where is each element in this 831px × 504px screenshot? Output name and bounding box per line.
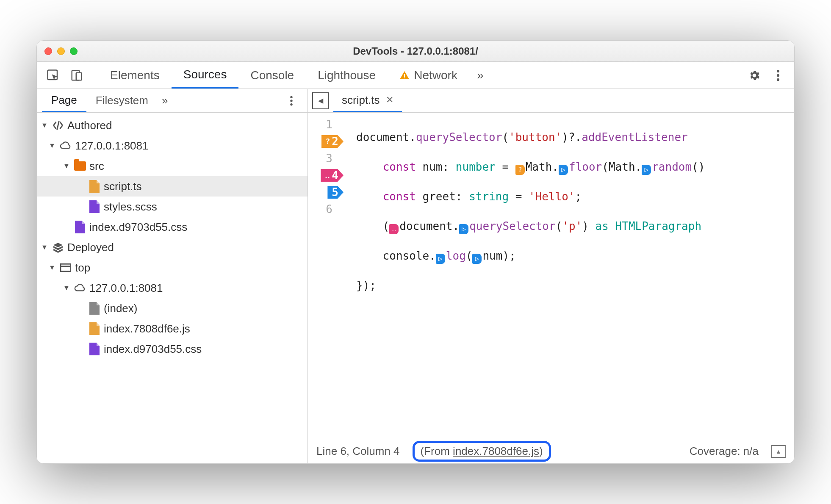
- tab-sources[interactable]: Sources: [172, 62, 239, 89]
- sidebar-tabs: Page Filesystem »: [37, 89, 307, 113]
- sidebar-tab-filesystem[interactable]: Filesystem: [86, 89, 158, 112]
- svg-point-5: [777, 69, 779, 72]
- sidebar-tab-page[interactable]: Page: [42, 89, 86, 112]
- device-toolbar-icon[interactable]: [66, 64, 88, 86]
- tree-label: script.ts: [104, 180, 142, 193]
- file-icon: [89, 343, 100, 355]
- cloud-icon: [74, 284, 86, 292]
- line-number[interactable]: ?2: [308, 133, 343, 150]
- tree-folder-src[interactable]: ▼ src: [37, 156, 307, 176]
- triangle-left-icon: ◀: [318, 97, 323, 105]
- line-gutter[interactable]: 1 ?2 3 ‥4 5 6: [308, 113, 343, 439]
- tab-label: Elements: [110, 69, 160, 82]
- settings-button[interactable]: [743, 64, 765, 86]
- tree-label: index.d9703d55.css: [104, 343, 202, 356]
- warning-icon: [399, 70, 410, 80]
- inspect-element-icon[interactable]: [42, 64, 64, 86]
- file-icon: [89, 302, 100, 315]
- tree-file-indexcss[interactable]: index.d9703d55.css: [37, 217, 307, 237]
- navigator-toggle-button[interactable]: ◀: [312, 92, 329, 109]
- inline-step-icon: ▷: [559, 165, 568, 175]
- tab-label: Sources: [183, 68, 227, 81]
- svg-rect-11: [61, 264, 71, 271]
- tree-label: Deployed: [67, 241, 114, 254]
- tree-label: Authored: [67, 119, 112, 132]
- inline-step-icon: ▷: [459, 224, 468, 234]
- line-number[interactable]: 1: [308, 116, 343, 133]
- tree-file-script-ts[interactable]: script.ts: [37, 176, 307, 197]
- chevrons-icon: »: [477, 69, 484, 82]
- code-editor[interactable]: 1 ?2 3 ‥4 5 6 document.querySelector('bu…: [308, 113, 794, 439]
- tab-label: Lighthouse: [318, 69, 376, 82]
- file-icon: [89, 200, 100, 213]
- code-icon: [52, 121, 64, 130]
- kebab-icon: [290, 95, 293, 106]
- disclosure-icon: ▼: [41, 122, 49, 129]
- sidebar-more-button[interactable]: [280, 90, 302, 112]
- tabs-overflow-button[interactable]: »: [469, 62, 491, 89]
- tree-frame-top[interactable]: ▼ top: [37, 258, 307, 278]
- tree-file-styles-scss[interactable]: styles.scss: [37, 197, 307, 217]
- panel-tabs: Elements Sources Console Lighthouse Netw…: [98, 62, 491, 89]
- svg-point-6: [777, 74, 779, 76]
- frame-icon: [60, 263, 72, 272]
- line-number[interactable]: 6: [308, 201, 343, 218]
- sourcemap-link[interactable]: index.7808df6e.js: [453, 445, 539, 457]
- devtools-window: DevTools - 127.0.0.1:8081/ Elements Sour…: [36, 40, 795, 464]
- show-drawer-button[interactable]: [771, 445, 786, 458]
- kebab-icon: [776, 69, 780, 82]
- from-suffix: ): [539, 445, 543, 457]
- tree-origin[interactable]: ▼ 127.0.0.1:8081: [37, 136, 307, 156]
- disclosure-icon: ▼: [41, 244, 49, 251]
- tree-label: (index): [104, 302, 137, 315]
- gear-icon: [748, 69, 761, 82]
- tree-label: top: [75, 261, 90, 274]
- tab-console[interactable]: Console: [238, 62, 306, 89]
- tab-label: Filesystem: [96, 94, 148, 107]
- tree-label: styles.scss: [104, 200, 157, 213]
- tree-file-indexjs[interactable]: index.7808df6e.js: [37, 318, 307, 339]
- more-menu-button[interactable]: [767, 64, 789, 86]
- tree-label: 127.0.0.1:8081: [89, 282, 163, 295]
- dots-icon: ‥: [325, 167, 330, 184]
- inline-step-icon: ▷: [472, 254, 482, 264]
- tab-elements[interactable]: Elements: [98, 62, 172, 89]
- tree-file-index[interactable]: (index): [37, 298, 307, 318]
- tab-lighthouse[interactable]: Lighthouse: [306, 62, 388, 89]
- line-number[interactable]: 5: [308, 184, 343, 201]
- tree-group-authored[interactable]: ▼ Authored: [37, 115, 307, 136]
- breakpoint-marker[interactable]: 5: [327, 186, 343, 199]
- file-tab-label: script.ts: [342, 94, 380, 107]
- svg-rect-4: [404, 78, 405, 78]
- line-number[interactable]: ‥4: [308, 167, 343, 184]
- file-tree: ▼ Authored ▼ 127.0.0.1:8081 ▼ src: [37, 113, 307, 362]
- close-icon[interactable]: ✕: [386, 94, 393, 105]
- question-icon: ?: [326, 133, 330, 150]
- tree-file-indexcss-dep[interactable]: index.d9703d55.css: [37, 339, 307, 359]
- panel-body: Page Filesystem » ▼ Authored ▼ 127.0.0.1…: [37, 89, 794, 463]
- disclosure-icon: ▼: [63, 162, 71, 170]
- toolbar-divider: [738, 67, 738, 83]
- sidebar-tabs-overflow[interactable]: »: [162, 94, 168, 107]
- code-content[interactable]: document.querySelector('button')?.addEve…: [343, 113, 705, 439]
- line-number[interactable]: 3: [308, 150, 343, 167]
- editor-pane: ◀ script.ts ✕ 1 ?2 3 ‥4 5 6 document.que…: [308, 89, 794, 463]
- window-title: DevTools - 127.0.0.1:8081/: [37, 45, 794, 57]
- sourcemap-origin[interactable]: (From index.7808df6e.js): [413, 441, 551, 462]
- cursor-position: Line 6, Column 4: [316, 445, 400, 458]
- tree-label: index.7808df6e.js: [104, 322, 190, 335]
- editor-file-tab[interactable]: script.ts ✕: [333, 89, 402, 112]
- tab-network[interactable]: Network: [388, 62, 469, 89]
- logpoint-marker[interactable]: ‥4: [321, 169, 343, 182]
- editor-tabs: ◀ script.ts ✕: [308, 89, 794, 113]
- tree-origin[interactable]: ▼ 127.0.0.1:8081: [37, 278, 307, 298]
- tree-group-deployed[interactable]: ▼ Deployed: [37, 237, 307, 258]
- svg-point-8: [290, 96, 292, 98]
- disclosure-icon: ▼: [49, 264, 56, 271]
- inline-step-icon: ▷: [642, 165, 651, 175]
- sources-sidebar: Page Filesystem » ▼ Authored ▼ 127.0.0.1…: [37, 89, 308, 463]
- tree-label: index.d9703d55.css: [89, 221, 187, 234]
- conditional-breakpoint-marker[interactable]: ?2: [321, 135, 344, 148]
- disclosure-icon: ▼: [63, 284, 71, 292]
- svg-point-7: [777, 78, 779, 80]
